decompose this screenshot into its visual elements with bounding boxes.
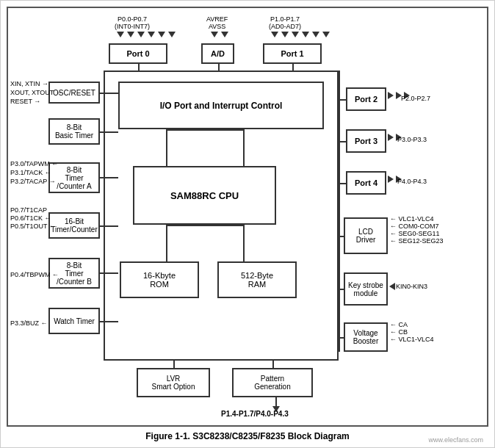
p40-p43-label: P4.0-P4.3 <box>397 178 427 185</box>
p04-label: P0.4/TBPWM ← <box>10 271 59 278</box>
port2-box: Port 2 <box>346 87 386 111</box>
voltage-booster-box: Voltage Booster <box>344 322 388 352</box>
port0-box: Port 0 <box>109 43 167 64</box>
voltage-pins: ← CA ← CB ← VLC1-VLC4 <box>390 321 434 343</box>
avref-avss-label: AVREF AVSS <box>206 15 228 30</box>
p07-label: P0.7/T1CAP <box>10 206 47 214</box>
io-port-box: I/O Port and Interrupt Control <box>118 82 324 129</box>
page: P0.0-P0.7 (INT0-INT7) AVREF AVSS P1.0-P1… <box>0 0 495 448</box>
ad-box: A/D <box>201 43 234 64</box>
timer-counter-box: 16-Bit Timer/Counter <box>48 212 100 239</box>
lvr-box: LVR Smart Option <box>137 368 210 397</box>
p00-p07-label: P0.0-P0.7 (INT0-INT7) <box>115 15 150 30</box>
ram-box: 512-Byte RAM <box>217 261 297 298</box>
p33-label: P3.3/BUZ ← <box>10 319 48 327</box>
port4-box: Port 4 <box>346 171 386 195</box>
p06-label: P0.6/T1CK ← <box>10 214 51 222</box>
kin-arrows <box>389 283 395 290</box>
rom-box: 16-Kbyte ROM <box>120 261 199 298</box>
p30-p33-label: P3.0-P3.3 <box>397 136 427 143</box>
ad-arrows <box>211 32 228 37</box>
p30-label: P3.0/TAPWM ← <box>10 160 58 167</box>
port1-arrows <box>271 32 330 37</box>
port0-arrows <box>117 32 176 37</box>
port3-box: Port 3 <box>346 129 386 153</box>
kin-label: KIN0-KIN3 <box>396 283 427 290</box>
caption: Figure 1-1. S3C8238/C8235/F8235 Block Di… <box>1 431 494 441</box>
p10-p17-label: P1.0-P1.7 (AD0-AD7) <box>269 15 301 30</box>
port1-box: Port 1 <box>263 43 322 64</box>
lcd-driver-box: LCD Driver <box>344 217 388 254</box>
p32-label: P3.2/TACAP → <box>10 178 56 185</box>
p20-p27-label: P2.0-P2.7 <box>401 95 430 102</box>
watermark: www.elecfans.com <box>428 436 483 444</box>
cpu-box: SAM88RC CPU <box>133 166 276 225</box>
key-strobe-box: Key strobe module <box>344 272 388 306</box>
p31-label: P3.1/TACK ← <box>10 169 51 176</box>
p05-label: P0.5/T1OUT ← <box>10 223 56 230</box>
lcd-pins: ← VLC1-VLC4 ← COM0-COM7 ← SEG0-SEG11 ← S… <box>390 215 444 245</box>
basic-timer-box: 8-Bit Basic Timer <box>48 118 100 145</box>
xin-label: XIN, XTIN → <box>10 80 48 87</box>
pattern-box: Pattern Generation <box>232 368 313 397</box>
xout-label: XOUT, XTOUT ← <box>10 89 62 96</box>
watch-timer-box: Watch Timer <box>48 308 100 334</box>
p14-p43-label: P1.4-P1.7/P4.0-P4.3 <box>221 410 289 418</box>
reset-label: RESET → <box>10 98 40 105</box>
